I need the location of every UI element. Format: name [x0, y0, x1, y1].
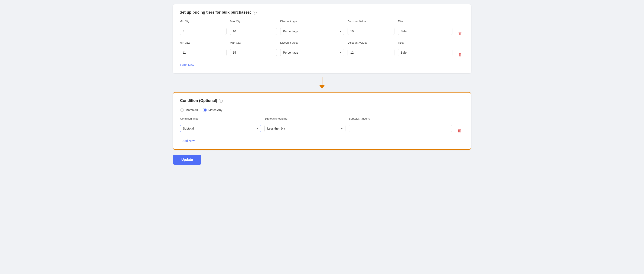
subtotal-amount-label: Subtotal Amount:: [349, 117, 452, 120]
row-1-labels: Min Qty: Max Qty: Discount type: Discoun…: [180, 20, 464, 24]
discount-type-label-2: Discount type:: [280, 41, 344, 44]
update-button-label: Update: [181, 158, 193, 161]
arrow-shaft: [322, 77, 322, 85]
min-qty-input-1[interactable]: [180, 28, 226, 35]
pricing-tiers-card: Set up pricing tiers for bulk purchases:…: [173, 4, 471, 73]
row-2-labels: Min Qty: Max Qty: Discount type: Discoun…: [180, 41, 464, 45]
max-qty-label-1: Max Qty:: [230, 20, 277, 23]
match-all-label: Match All: [186, 108, 198, 112]
arrow-down: [320, 77, 324, 89]
condition-card-title: Condition (Optional) i: [180, 99, 464, 103]
page-wrapper: Set up pricing tiers for bulk purchases:…: [173, 4, 471, 165]
discount-type-select-2[interactable]: Percentage Fixed: [280, 49, 344, 56]
delete-row-2-icon: 🗑: [458, 52, 462, 57]
condition-type-wrapper: Subtotal Total Quantity: [180, 125, 261, 132]
pricing-title-text: Set up pricing tiers for bulk purchases:: [180, 10, 251, 15]
min-qty-input-2[interactable]: [180, 49, 226, 56]
discount-value-input-1[interactable]: [348, 28, 394, 35]
max-qty-input-1[interactable]: [230, 28, 277, 35]
discount-type-select-1[interactable]: Percentage Fixed: [280, 28, 344, 35]
condition-add-new-button[interactable]: + Add New: [180, 138, 194, 143]
row-2-fields: Percentage Fixed 🗑: [180, 47, 464, 58]
footer: Update: [173, 150, 471, 165]
max-qty-label-2: Max Qty:: [230, 41, 277, 44]
pricing-add-new-label: + Add New: [180, 63, 194, 67]
condition-card: Condition (Optional) i Match All Match A…: [173, 92, 471, 150]
delete-condition-button[interactable]: 🗑: [456, 128, 464, 134]
match-all-option[interactable]: Match All: [180, 108, 198, 112]
pricing-add-new-button[interactable]: + Add New: [180, 62, 194, 67]
discount-value-input-2[interactable]: [348, 49, 394, 56]
arrow-head: [320, 85, 324, 89]
min-qty-label-1: Min Qty:: [180, 20, 226, 23]
subtotal-amount-input[interactable]: [349, 125, 452, 132]
match-any-option[interactable]: Match Any: [203, 108, 222, 112]
title-input-2[interactable]: [398, 49, 452, 56]
min-qty-label-2: Min Qty:: [180, 41, 226, 44]
discount-type-wrapper-1: Percentage Fixed: [280, 28, 344, 35]
subtotal-condition-wrapper: Less then (<) Greater then (>) Equal to …: [264, 125, 346, 132]
pricing-card-title: Set up pricing tiers for bulk purchases:…: [180, 10, 464, 15]
match-any-label: Match Any: [208, 108, 222, 112]
subtotal-should-be-label: Subtotal should be:: [264, 117, 346, 120]
delete-condition-icon: 🗑: [458, 128, 462, 133]
match-radio-group: Match All Match Any: [180, 108, 464, 112]
discount-value-label-2: Discount Value:: [348, 41, 394, 44]
delete-row-1-icon: 🗑: [458, 31, 462, 36]
condition-type-select[interactable]: Subtotal Total Quantity: [180, 125, 261, 132]
condition-info-icon[interactable]: i: [219, 99, 223, 103]
update-button[interactable]: Update: [173, 155, 202, 165]
subtotal-condition-select[interactable]: Less then (<) Greater then (>) Equal to …: [264, 125, 346, 132]
title-label-1: Title:: [398, 20, 452, 23]
delete-row-2-button[interactable]: 🗑: [456, 51, 464, 58]
delete-row-1-button[interactable]: 🗑: [456, 30, 464, 37]
condition-row-fields: Subtotal Total Quantity Less then (<) Gr…: [180, 123, 464, 134]
discount-type-label-1: Discount type:: [280, 20, 344, 23]
arrow-connector: [173, 73, 471, 92]
row-1-fields: Percentage Fixed 🗑: [180, 25, 464, 37]
match-all-radio[interactable]: [180, 108, 184, 112]
title-input-1[interactable]: [398, 28, 452, 35]
condition-title-text: Condition (Optional): [180, 99, 217, 103]
title-label-2: Title:: [398, 41, 452, 44]
condition-add-new-label: + Add New: [180, 139, 194, 142]
discount-type-wrapper-2: Percentage Fixed: [280, 49, 344, 56]
max-qty-input-2[interactable]: [230, 49, 277, 56]
condition-row-labels: Condition Type: Subtotal should be: Subt…: [180, 117, 464, 122]
discount-value-label-1: Discount Value:: [348, 20, 394, 23]
condition-type-label: Condition Type:: [180, 117, 261, 120]
pricing-info-icon[interactable]: i: [253, 11, 256, 14]
match-any-radio[interactable]: [203, 108, 207, 112]
